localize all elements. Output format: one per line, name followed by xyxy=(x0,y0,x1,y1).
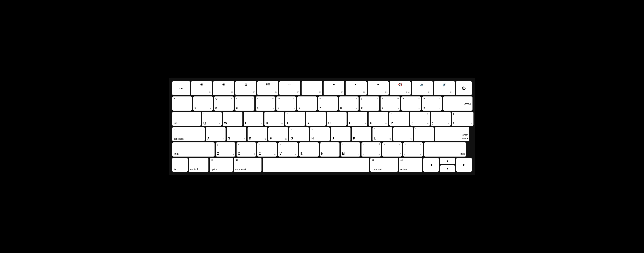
key-space[interactable] xyxy=(263,158,369,172)
key-quote[interactable]: " ' ง xyxy=(414,127,434,141)
key-arrow-up[interactable]: ▲ xyxy=(440,158,455,164)
key-shift-left[interactable]: shift xyxy=(172,142,214,156)
key-comma[interactable]: < ฬ , ม xyxy=(362,142,381,156)
key-l[interactable]: ศ L ส xyxy=(372,127,392,141)
key-arrow-right[interactable]: ▶ xyxy=(456,158,472,172)
key-bracket-close[interactable]: } ] ล xyxy=(431,112,451,126)
key-p[interactable]: ย P xyxy=(390,112,409,126)
key-f10[interactable]: 🔇 F10 xyxy=(390,81,410,95)
row-tab: tab ° Q ๆ " W ๅ ั E า R พ ะ T Y xyxy=(172,112,472,126)
key-n[interactable]: ั N xyxy=(320,142,340,156)
key-slash[interactable]: ? ภ / ฝ xyxy=(403,142,423,156)
key-command-right[interactable]: ⌘ command xyxy=(370,158,398,172)
key-h[interactable]: ฌ H xyxy=(310,127,330,141)
key-capslock[interactable]: • caps lock xyxy=(172,127,205,141)
key-j[interactable]: ็ J xyxy=(331,127,350,141)
key-period[interactable]: > พ . ใ xyxy=(382,142,402,156)
key-1[interactable]: ! 1 ๑ xyxy=(193,96,213,110)
key-equal[interactable]: + ๙ = ช xyxy=(422,96,442,110)
key-semicolon[interactable]: : ; ว xyxy=(393,127,413,141)
key-z[interactable]: ( Z ผ xyxy=(216,142,235,156)
key-f[interactable]: F ด xyxy=(268,127,288,141)
key-power[interactable]: ⏻ xyxy=(456,81,472,95)
key-2[interactable]: @ ๒ 2 / xyxy=(214,96,234,110)
key-arrow-down[interactable]: ▼ xyxy=(440,166,455,172)
key-f11[interactable]: 🔉 F11 xyxy=(412,81,432,95)
row-shift: shift ( Z ผ ) X ป ฉ C แ ฮ V อ B xyxy=(172,142,472,156)
key-t[interactable]: ะ T xyxy=(285,112,305,126)
key-pipe[interactable]: | \ ฅ xyxy=(452,112,474,126)
key-e[interactable]: ั E า xyxy=(244,112,263,126)
key-control[interactable]: control xyxy=(189,158,208,172)
row-numbers: ~ ` ! 1 ๑ @ ๒ 2 / # ๓ 3 _ $ ๔ 4 ภ % xyxy=(172,96,472,110)
key-m[interactable]: ? M ท xyxy=(341,142,360,156)
key-delete[interactable]: delete xyxy=(443,96,472,110)
key-f2[interactable]: ☀ F2 xyxy=(213,81,234,95)
key-f8[interactable]: ⏯ F8 xyxy=(346,81,366,95)
key-7[interactable]: & 7 xyxy=(318,96,338,110)
key-f6[interactable]: ⋯ F6 xyxy=(302,81,322,95)
key-enter[interactable]: enter return xyxy=(435,127,469,141)
row-caps: • caps lock A พ S ห D ก F ด โ G ฌ xyxy=(172,127,472,141)
key-6[interactable]: ^ 6 xyxy=(297,96,317,110)
key-b[interactable]: B xyxy=(299,142,319,156)
key-f1[interactable]: ☀ F1 xyxy=(191,81,212,95)
key-f4[interactable]: ⊞⊞ F4 xyxy=(257,81,278,95)
key-o[interactable]: O น xyxy=(368,112,388,126)
key-arrow-left[interactable]: ◀ xyxy=(423,158,439,172)
key-f9[interactable]: ⏭ F9 xyxy=(368,81,388,95)
row-bottom: fn control alt option ⌘ command ⌘ comman… xyxy=(172,158,472,172)
key-esc[interactable]: esc xyxy=(172,81,190,95)
key-g[interactable]: โ G xyxy=(289,127,309,141)
key-shift-right[interactable]: shift xyxy=(424,142,466,156)
key-s[interactable]: S ห xyxy=(227,127,246,141)
key-bracket-open[interactable]: { ญ [ บ xyxy=(410,112,430,126)
key-tilde[interactable]: ~ ` xyxy=(172,96,192,110)
key-x[interactable]: ) X ป xyxy=(236,142,256,156)
key-r[interactable]: R พ xyxy=(264,112,284,126)
keyboard: esc ☀ F1 ☀ F2 ⊡ F3 ⊞⊞ F4 ⋯ F5 ⋯ F6 ⏮ F7 xyxy=(169,78,475,176)
key-4[interactable]: $ ๔ 4 ภ xyxy=(256,96,275,110)
key-k[interactable]: K xyxy=(352,127,371,141)
key-alt-right[interactable]: alt option xyxy=(399,158,422,172)
key-q[interactable]: ° Q ๆ xyxy=(202,112,222,126)
key-tab[interactable]: tab xyxy=(172,112,201,126)
key-f5[interactable]: ⋯ F5 xyxy=(279,81,300,95)
key-u[interactable]: ั U xyxy=(327,112,346,126)
key-f3[interactable]: ⊡ F3 xyxy=(235,81,256,95)
key-d[interactable]: D ก xyxy=(248,127,267,141)
key-f7[interactable]: ⏮ F7 xyxy=(324,81,344,95)
key-alt-left[interactable]: alt option xyxy=(210,158,233,172)
key-5[interactable]: % ๕ 5 ถ xyxy=(276,96,296,110)
key-0[interactable]: ) ๗ 0 จ xyxy=(380,96,400,110)
key-minus[interactable]: − ๘ - ข xyxy=(401,96,421,110)
key-fn[interactable]: fn xyxy=(172,158,188,172)
key-i[interactable]: I ร xyxy=(348,112,368,126)
key-c[interactable]: ฉ C แ xyxy=(257,142,277,156)
key-f12[interactable]: 🔊 F12 xyxy=(434,81,455,95)
key-9[interactable]: ( ๖ 9 ต xyxy=(360,96,379,110)
row-fn: esc ☀ F1 ☀ F2 ⊡ F3 ⊞⊞ F4 ⋯ F5 ⋯ F6 ⏮ F7 xyxy=(172,81,472,95)
key-8[interactable]: * ฅ 8 ค xyxy=(339,96,358,110)
key-a[interactable]: A พ xyxy=(206,127,226,141)
key-3[interactable]: # ๓ 3 _ xyxy=(235,96,254,110)
key-y[interactable]: Y xyxy=(306,112,326,126)
key-w[interactable]: " W ๅ xyxy=(223,112,242,126)
key-v[interactable]: ฮ V อ xyxy=(278,142,298,156)
key-command-left[interactable]: ⌘ command xyxy=(234,158,262,172)
